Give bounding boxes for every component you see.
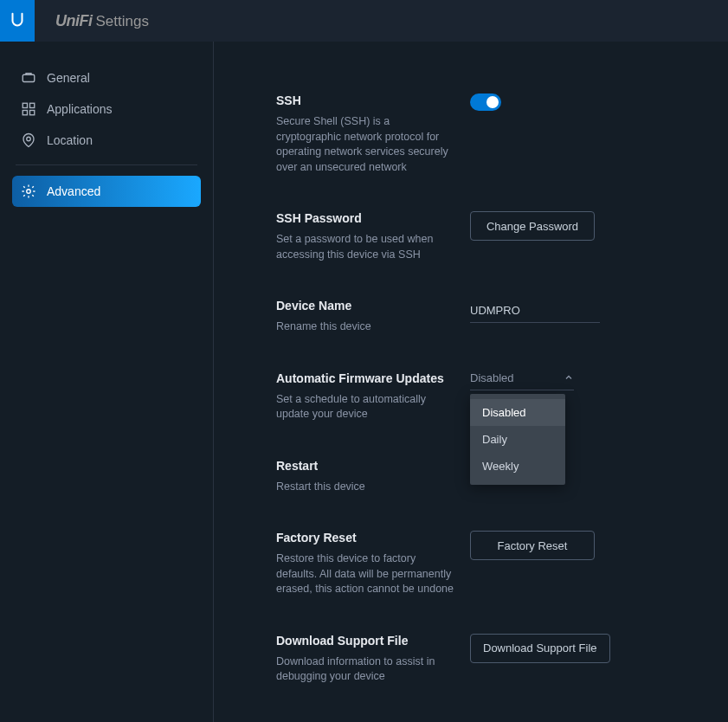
firmware-schedule-dropdown: Disabled Daily Weekly [470, 394, 565, 485]
download-support-file-button[interactable]: Download Support File [470, 634, 610, 663]
setting-desc: Set a schedule to automatically update y… [276, 392, 454, 422]
svg-point-6 [27, 190, 31, 194]
dropdown-option-disabled[interactable]: Disabled [470, 399, 565, 426]
setting-desc: Download information to assist in debugg… [276, 654, 454, 685]
sidebar-item-label: Location [47, 133, 93, 147]
title-word: Settings [96, 13, 149, 30]
sidebar-item-label: Advanced [47, 184, 100, 198]
sidebar-item-general[interactable]: General [12, 62, 201, 93]
svg-rect-1 [23, 103, 27, 107]
dashboard-icon [21, 70, 36, 86]
dropdown-option-daily[interactable]: Daily [470, 426, 565, 453]
gear-icon [21, 184, 36, 199]
brand-logo[interactable] [0, 0, 35, 42]
setting-title: Download Support File [276, 634, 454, 648]
row-factory-reset: Factory Reset Restore this device to fac… [276, 531, 728, 597]
setting-title: Automatic Firmware Updates [276, 371, 454, 385]
sidebar: General Applications Location [0, 42, 214, 722]
change-password-button[interactable]: Change Password [470, 211, 595, 241]
sidebar-item-label: Applications [47, 102, 113, 116]
location-icon [21, 132, 36, 148]
setting-title: SSH Password [276, 211, 454, 225]
row-device-name: Device Name Rename this device [276, 299, 728, 335]
setting-title: Factory Reset [276, 531, 454, 545]
setting-desc: Restore this device to factory defaults.… [276, 551, 454, 597]
setting-title: Restart [276, 459, 454, 473]
svg-rect-0 [23, 74, 35, 81]
row-ssh: SSH Secure Shell (SSH) is a cryptographi… [276, 93, 728, 175]
sidebar-item-advanced[interactable]: Advanced [12, 176, 201, 207]
svg-point-5 [27, 137, 31, 141]
factory-reset-button[interactable]: Factory Reset [470, 531, 595, 560]
ubiquiti-logo-icon [8, 10, 27, 32]
row-firmware-updates: Automatic Firmware Updates Set a schedul… [276, 371, 728, 422]
dropdown-option-weekly[interactable]: Weekly [470, 453, 565, 480]
sidebar-item-location[interactable]: Location [12, 125, 201, 156]
settings-content: SSH Secure Shell (SSH) is a cryptographi… [214, 42, 728, 722]
sidebar-item-label: General [47, 71, 90, 85]
brand-word: UniFi [55, 12, 93, 30]
toggle-knob [486, 96, 499, 108]
setting-desc: Set a password to be used when accessing… [276, 232, 454, 262]
setting-desc: Restart this device [276, 480, 454, 495]
setting-desc: Secure Shell (SSH) is a cryptographic ne… [276, 114, 454, 175]
svg-rect-3 [23, 111, 27, 115]
firmware-schedule-select[interactable]: Disabled [470, 371, 574, 390]
chevron-up-icon [564, 372, 574, 383]
apps-icon [21, 101, 36, 117]
setting-title: Device Name [276, 299, 454, 313]
setting-desc: Rename this device [276, 319, 454, 335]
app-header: UniFi Settings [0, 0, 728, 42]
sidebar-divider [16, 164, 197, 165]
row-support-file: Download Support File Download informati… [276, 634, 728, 685]
sidebar-item-applications[interactable]: Applications [12, 93, 201, 125]
svg-rect-2 [30, 103, 35, 107]
row-ssh-password: SSH Password Set a password to be used w… [276, 211, 728, 262]
setting-title: SSH [276, 93, 454, 107]
page-title: UniFi Settings [55, 12, 149, 30]
device-name-input[interactable] [470, 299, 600, 323]
ssh-toggle[interactable] [470, 93, 501, 111]
select-value: Disabled [470, 371, 514, 384]
svg-rect-4 [30, 111, 35, 115]
